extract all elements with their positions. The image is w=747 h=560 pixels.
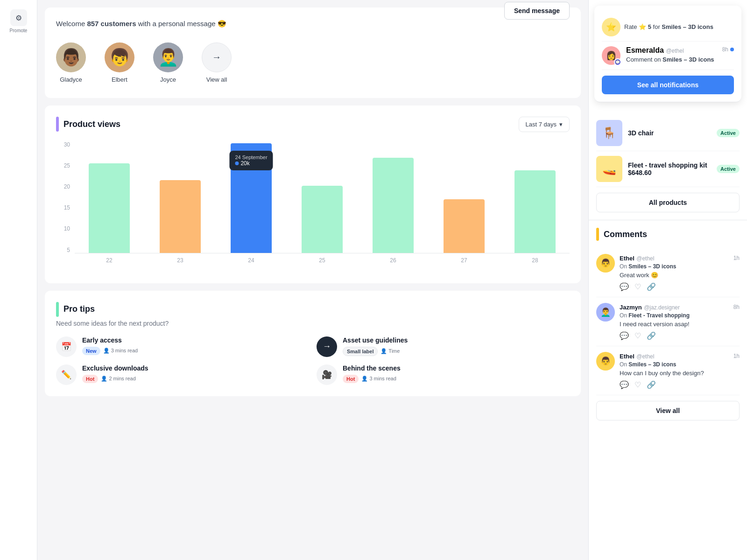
tip-early-access-icon: 📅 [56, 336, 77, 357]
product-fleet-price: $648.60 [628, 169, 711, 176]
view-all-comments-button[interactable]: View all [596, 401, 740, 420]
chart-tooltip: 24 September 20k [229, 151, 273, 170]
avatar-row: 👨🏾 Gladyce 👦 Elbert 👨‍🦱 Joyce → View all [56, 39, 570, 87]
avatar-elbert-image: 👦 [105, 42, 134, 72]
product-fleet-name: Fleet - travel shopping kit [628, 161, 711, 169]
bar-27 [430, 141, 499, 253]
comments-title: Comments [596, 228, 740, 241]
welcome-card: Welcome 857 customers with a personal me… [45, 7, 581, 98]
bar-28 [500, 141, 570, 253]
bar-23 [146, 141, 215, 253]
tip-early-access-title: Early access [82, 336, 138, 344]
unread-dot [730, 48, 734, 51]
tag-read-3mins: 👤 3 mins read [361, 375, 396, 383]
right-panel: ⭐ Rate ⭐ 5 for Smiles – 3D icons 👩 💬 Es [588, 0, 747, 560]
tip-behind-scenes-title: Behind the scenes [343, 364, 401, 372]
comment-ethel-1-product: On Smiles – 3D icons [620, 263, 740, 270]
comment-ethel-1-time: 1h [733, 255, 740, 261]
period-selector-button[interactable]: Last 7 days ▾ [519, 117, 570, 132]
rate-avatar: ⭐ [602, 18, 620, 36]
all-products-button[interactable]: All products [596, 193, 740, 212]
notification-esmeralda: 👩 💬 Esmeralda @ethel 8h [602, 42, 734, 70]
tip-early-access: 📅 Early access New 👤 3 mins read [56, 336, 309, 357]
sidebar: ⚙ Promote [0, 0, 37, 560]
tip-downloads-icon: ✏️ [56, 364, 77, 385]
avatar-elbert[interactable]: 👦 Elbert [105, 42, 134, 83]
comments-accent [596, 228, 599, 241]
tip-behind-scenes: 🎥 Behind the scenes Hot 👤 3 mins read [317, 364, 570, 385]
product-fleet-status: Active [717, 165, 740, 173]
product-3d-chair-status: Active [717, 129, 740, 137]
chart-x-labels: 22 23 24 25 26 27 28 [75, 257, 570, 264]
product-3d-chair-name: 3D chair [628, 129, 711, 137]
comment-ethel-1-actions: 💬 ♡ 🔗 [620, 282, 740, 291]
tooltip-dot [235, 161, 239, 165]
comment-jazmyn-author: Jazmyn [620, 304, 642, 311]
view-all-icon: → [202, 42, 232, 72]
tag-hot-1: Hot [82, 375, 98, 383]
link-button-2[interactable]: 🔗 [647, 331, 656, 340]
products-section: 🪑 3D chair Active 🚤 Fleet - travel shopp… [589, 108, 747, 220]
reply-button-1[interactable]: 💬 [620, 282, 629, 291]
tag-small-label: Small label [343, 347, 378, 356]
comment-jazmyn: 👨‍🦱 Jazmyn @jaz.designer 8h On Fleet - T… [596, 297, 740, 346]
view-all-label: View all [206, 76, 227, 83]
avatar-gladyce[interactable]: 👨🏾 Gladyce [56, 42, 86, 83]
tag-read-2mins: 👤 2 mins read [101, 375, 136, 383]
comment-jazmyn-time: 8h [733, 304, 740, 310]
chart-bars: 24 September 20k [75, 141, 570, 253]
product-views-title: Product views [56, 117, 120, 132]
chart-y-labels: 5 10 15 20 25 30 [56, 141, 70, 253]
comment-ethel-2-author: Ethel [620, 353, 634, 360]
title-accent-purple [56, 117, 59, 132]
product-views-chart: 5 10 15 20 25 30 [56, 141, 570, 272]
product-views-card: Product views Last 7 days ▾ 5 10 15 20 2… [45, 105, 581, 283]
reply-button-2[interactable]: 💬 [620, 331, 629, 340]
tip-exclusive-downloads: ✏️ Exclusive downloads Hot 👤 2 mins read [56, 364, 309, 385]
link-button-1[interactable]: 🔗 [647, 282, 656, 291]
comment-ethel-2: 👨 Ethel @ethel 1h On Smiles – 3D icons H… [596, 346, 740, 395]
chevron-down-icon: ▾ [559, 121, 563, 128]
comment-ethel-1-text: Great work 😊 [620, 272, 740, 279]
comment-badge: 💬 [614, 58, 621, 66]
comment-ethel-1-avatar: 👨 [596, 254, 615, 273]
comment-ethel-2-product: On Smiles – 3D icons [620, 361, 740, 368]
title-accent-green [56, 302, 59, 317]
tip-arrow-icon: → [317, 336, 337, 357]
like-button-1[interactable]: ♡ [634, 282, 641, 291]
product-views-header: Product views Last 7 days ▾ [56, 117, 570, 132]
sidebar-logo[interactable]: ⚙ [10, 9, 27, 26]
avatar-joyce-name: Joyce [160, 76, 176, 83]
bar-26 [359, 141, 428, 253]
like-button-2[interactable]: ♡ [634, 331, 641, 340]
comment-ethel-2-avatar: 👨 [596, 352, 615, 371]
tag-hot-2: Hot [343, 375, 359, 383]
like-button-3[interactable]: ♡ [634, 380, 641, 389]
comment-ethel-1-author: Ethel [620, 255, 634, 262]
product-fleet: 🚤 Fleet - travel shopping kit $648.60 Ac… [596, 151, 740, 187]
avatar-view-all[interactable]: → View all [202, 42, 232, 83]
sidebar-label: Promote [10, 28, 28, 33]
reply-button-3[interactable]: 💬 [620, 380, 629, 389]
comment-ethel-2-text: How can I buy only the design? [620, 370, 740, 377]
bar-22 [75, 141, 144, 253]
pro-tips-subtitle: Need some ideas for the next product? [56, 320, 570, 327]
tip-video-icon: 🎥 [317, 364, 337, 385]
see-all-notifications-button[interactable]: See all notifications [602, 76, 734, 94]
comments-section: Comments 👨 Ethel @ethel 1h On Smiles – 3… [589, 220, 747, 428]
link-button-3[interactable]: 🔗 [647, 380, 656, 389]
product-fleet-thumb: 🚤 [596, 156, 622, 182]
send-message-button[interactable]: Send message [504, 2, 570, 20]
center-panel: Welcome 857 customers with a personal me… [37, 0, 588, 560]
avatar-gladyce-name: Gladyce [60, 76, 82, 83]
comment-ethel-2-actions: 💬 ♡ 🔗 [620, 380, 740, 389]
avatar-gladyce-image: 👨🏾 [56, 42, 86, 72]
tip-exclusive-downloads-title: Exclusive downloads [82, 364, 148, 372]
tag-read-time: 👤 3 mins read [103, 347, 138, 355]
pro-tips-card: Pro tips Need some ideas for the next pr… [45, 291, 581, 396]
esmeralda-avatar: 👩 💬 [602, 46, 620, 65]
avatar-joyce-image: 👨‍🦱 [153, 42, 183, 72]
comment-jazmyn-avatar: 👨‍🦱 [596, 303, 615, 322]
avatar-joyce[interactable]: 👨‍🦱 Joyce [153, 42, 183, 83]
product-3d-chair: 🪑 3D chair Active [596, 115, 740, 151]
